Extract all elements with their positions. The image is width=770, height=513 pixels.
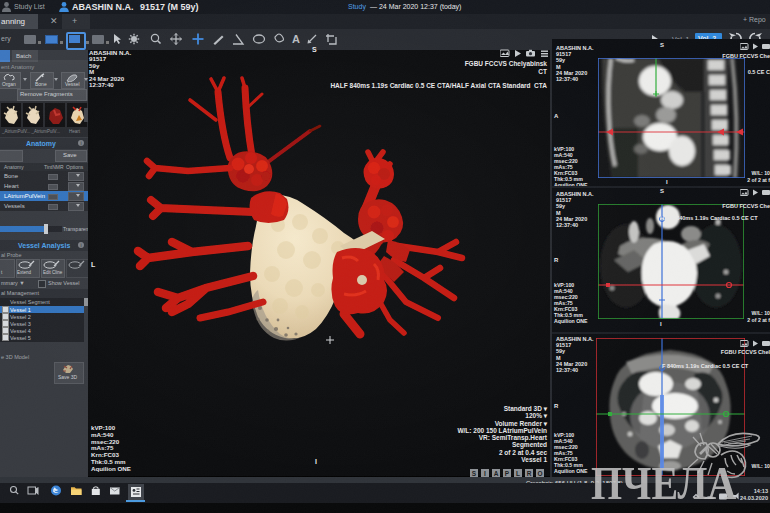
- svg-text:A: A: [292, 33, 300, 45]
